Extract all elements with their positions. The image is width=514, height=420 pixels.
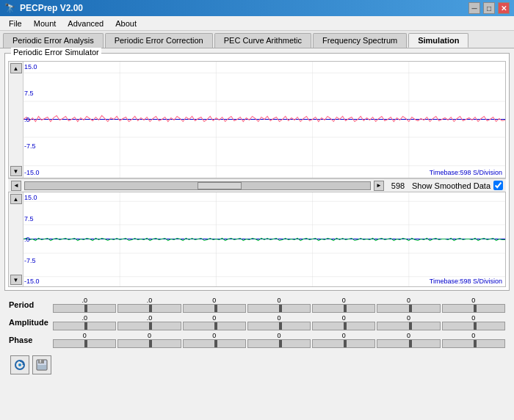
chart1-svg — [23, 62, 505, 178]
amplitude-slider-4: 0 — [247, 314, 311, 330]
phase-slider-6: 0 — [377, 332, 440, 348]
period-slider-6: 0 — [377, 297, 440, 313]
amplitude-slider-2: .0 — [117, 314, 181, 330]
group-box-label: Periodic Error Simulator — [11, 48, 101, 57]
chart1-y-label-4: -7.5 — [24, 142, 37, 150]
period-slider-1: .0 — [53, 297, 116, 313]
chart1-scroll-up[interactable]: ▲ — [10, 63, 22, 73]
phase-slider-4: 0 — [247, 332, 311, 348]
chart2-scroll-up[interactable]: ▲ — [10, 194, 22, 204]
sliders-section: Period .0 .0 0 0 0 — [4, 294, 510, 352]
show-smooth-row: Show Smoothed Data — [412, 181, 503, 190]
phase-slider-2: 0 — [117, 332, 181, 348]
tab-periodic-error-analysis[interactable]: Periodic Error Analysis — [3, 33, 104, 48]
menu-bar: File Mount Advanced About — [0, 16, 514, 31]
chart2-y-label-2: 7.5 — [24, 215, 37, 222]
minimize-button[interactable]: ─ — [468, 2, 480, 14]
phase-slider-1: 0 — [53, 332, 116, 348]
show-smooth-checkbox[interactable] — [493, 181, 503, 190]
chart2-timebase: Timebase:598 S/Division — [430, 278, 502, 285]
chart1-timebase: Timebase:598 S/Division — [430, 169, 502, 176]
phase-label: Phase — [9, 336, 53, 344]
amplitude-label: Amplitude — [9, 318, 53, 327]
phase-slider-5: 0 — [312, 332, 375, 348]
app-icon: 🔭 — [4, 3, 15, 13]
chart2-y-label-3: .0 — [24, 236, 37, 243]
period-slider-2: .0 — [117, 297, 181, 313]
phase-slider-7: 0 — [442, 332, 505, 348]
amplitude-row: Amplitude .0 .0 0 0 — [9, 314, 505, 330]
tabs-row: Periodic Error Analysis Periodic Error C… — [0, 31, 514, 48]
period-slider-5: 0 — [312, 297, 375, 313]
chart1-y-axis: ▲ ▼ — [9, 62, 23, 178]
amplitude-slider-1: .0 — [53, 314, 116, 330]
maximize-button[interactable]: □ — [483, 2, 495, 14]
amplitude-slider-3: 0 — [183, 314, 246, 330]
period-slider-3: 0 — [183, 297, 246, 313]
refresh-icon — [14, 359, 26, 371]
chart1-y-label-5: -15.0 — [24, 169, 37, 176]
chart2-y-label-1: 15.0 — [24, 194, 37, 201]
chart2-y-label-5: -15.0 — [24, 278, 37, 285]
chart2-container: ▲ ▼ 15.0 7.5 .0 -7.5 -15.0 — [8, 192, 506, 287]
scroll-thumb[interactable] — [198, 182, 242, 189]
period-sliders: .0 .0 0 0 0 — [53, 297, 505, 313]
menu-mount[interactable]: Mount — [28, 18, 62, 29]
period-slider-7: 0 — [442, 297, 505, 313]
main-content: Periodic Error Simulator ▲ ▼ 15.0 7.5 .0… — [0, 48, 514, 382]
period-slider-4: 0 — [247, 297, 311, 313]
refresh-button[interactable] — [10, 355, 29, 374]
chart1-container: ▲ ▼ 15.0 7.5 .0 -7.5 -15.0 — [8, 61, 506, 178]
phase-slider-3: 0 — [183, 332, 246, 348]
show-smooth-label: Show Smoothed Data — [412, 181, 491, 190]
svg-point-20 — [18, 363, 21, 366]
save-icon — [36, 359, 48, 371]
amplitude-sliders: .0 .0 0 0 0 — [53, 314, 505, 330]
chart1-y-labels: 15.0 7.5 .0 -7.5 -15.0 — [23, 62, 38, 178]
chart1-y-label-1: 15.0 — [24, 63, 37, 70]
chart2-y-labels: 15.0 7.5 .0 -7.5 -15.0 — [23, 192, 38, 286]
bottom-buttons — [4, 352, 510, 377]
period-label: Period — [9, 300, 53, 309]
menu-advanced[interactable]: Advanced — [62, 18, 109, 29]
menu-about[interactable]: About — [109, 18, 142, 29]
periodic-error-simulator-group: Periodic Error Simulator ▲ ▼ 15.0 7.5 .0… — [4, 53, 510, 291]
chart1-area: 15.0 7.5 .0 -7.5 -15.0 — [23, 62, 505, 178]
tab-simulation[interactable]: Simulation — [408, 33, 468, 48]
close-button[interactable]: ✕ — [498, 2, 510, 14]
scroll-track[interactable] — [24, 181, 371, 190]
app-title: PECPrep V2.00 — [20, 3, 83, 13]
chart2-scroll-down[interactable]: ▼ — [10, 275, 22, 285]
scrollbar-row: ◄ ► 598 Show Smoothed Data — [8, 178, 506, 192]
chart1-y-label-2: 7.5 — [24, 90, 37, 97]
chart1-y-label-3: .0 — [24, 116, 37, 123]
scroll-right-button[interactable]: ► — [374, 181, 384, 191]
scroll-left-button[interactable]: ◄ — [11, 181, 21, 191]
menu-file[interactable]: File — [3, 18, 28, 29]
scroll-value: 598 — [387, 181, 409, 190]
tab-periodic-error-correction[interactable]: Periodic Error Correction — [105, 33, 213, 48]
period-row: Period .0 .0 0 0 0 — [9, 297, 505, 313]
svg-rect-24 — [37, 365, 46, 369]
title-bar: 🔭 PECPrep V2.00 ─ □ ✕ — [0, 0, 514, 16]
tab-pec-curve-arithmetic[interactable]: PEC Curve Arithmetic — [214, 33, 311, 48]
amplitude-slider-6: 0 — [377, 314, 440, 330]
amplitude-slider-7: 0 — [442, 314, 505, 330]
save-button[interactable] — [32, 355, 51, 374]
chart2-svg — [23, 192, 505, 286]
chart1-scroll-down[interactable]: ▼ — [10, 166, 22, 176]
svg-rect-23 — [40, 360, 41, 363]
phase-sliders: 0 0 0 0 0 — [53, 332, 505, 348]
chart2-area: 15.0 7.5 .0 -7.5 -15.0 — [23, 192, 505, 286]
chart2-y-label-4: -7.5 — [24, 257, 37, 264]
chart2-y-axis: ▲ ▼ — [9, 192, 23, 286]
amplitude-slider-5: 0 — [312, 314, 375, 330]
phase-row: Phase 0 0 0 0 0 — [9, 332, 505, 348]
tab-frequency-spectrum[interactable]: Frequency Spectrum — [313, 33, 407, 48]
